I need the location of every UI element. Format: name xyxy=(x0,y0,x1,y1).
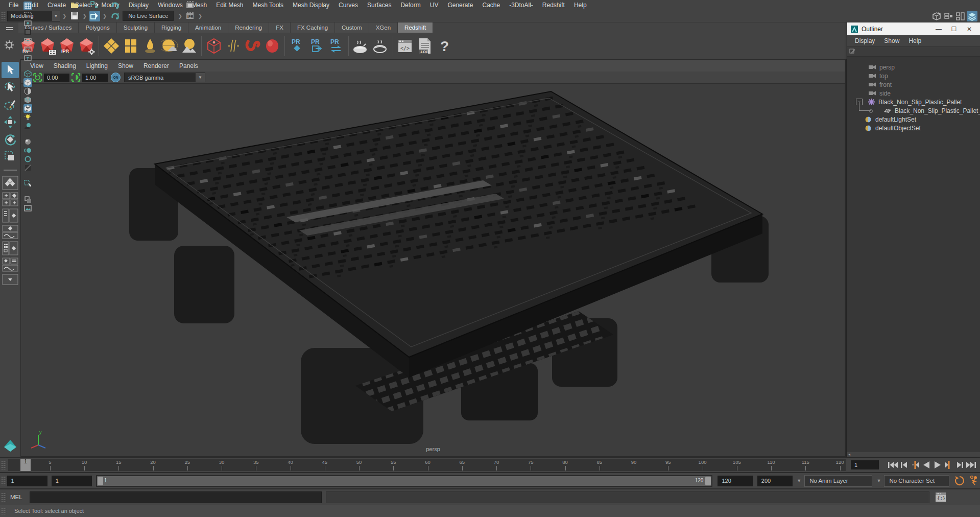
menu-mesh-display[interactable]: Mesh Display xyxy=(288,2,334,9)
command-input-field[interactable] xyxy=(30,491,322,503)
channel-box-toggle-icon[interactable] xyxy=(967,11,977,21)
rs-pr-material-icon[interactable]: PR xyxy=(288,36,307,56)
group-separator[interactable]: ❯ xyxy=(101,13,109,19)
shelf-tab-sculpting[interactable]: Sculpting xyxy=(117,22,155,33)
rotate-tool-button[interactable] xyxy=(2,131,19,148)
shelf-tab-rigging[interactable]: Rigging xyxy=(155,22,188,33)
animation-start-field[interactable]: 1 xyxy=(7,476,47,486)
rs-log-icon[interactable]: .LOG xyxy=(415,36,435,56)
group-separator[interactable]: ❯ xyxy=(196,13,204,19)
range-slider[interactable]: 1 120 xyxy=(96,475,713,487)
color-management-toggle[interactable]: ON xyxy=(111,73,121,82)
render-region-icon[interactable] xyxy=(185,0,196,11)
playback-start-field[interactable]: 1 xyxy=(52,476,92,486)
script-editor-icon[interactable]: {;} xyxy=(935,491,947,503)
drag-handle[interactable] xyxy=(1,492,6,502)
go-to-start-button[interactable] xyxy=(887,459,898,471)
rs-hair-icon[interactable] xyxy=(224,36,243,56)
go-to-end-button[interactable] xyxy=(966,459,977,471)
drag-handle[interactable] xyxy=(1,476,6,485)
outliner-window[interactable]: Outliner — ☐ ✕ DisplayShowHelp persptopf… xyxy=(847,22,980,457)
shelf-tab-fx[interactable]: FX xyxy=(269,22,291,33)
film-gate-icon[interactable] xyxy=(23,10,32,19)
outliner-filter-row[interactable] xyxy=(847,47,980,57)
grid-icon[interactable] xyxy=(23,2,32,10)
layout-hypershade-persp-button[interactable] xyxy=(2,241,18,255)
wireframe-icon[interactable] xyxy=(23,69,32,78)
menu-display[interactable]: Display xyxy=(124,2,153,9)
current-time-marker[interactable]: 1 xyxy=(20,459,31,471)
live-surface-field[interactable]: No Live Surface xyxy=(123,11,174,21)
redshift-ipr-icon[interactable]: IPR xyxy=(57,36,77,56)
snap-to-curve-icon[interactable] xyxy=(109,0,120,11)
select-tool-button[interactable] xyxy=(2,62,19,78)
close-button[interactable]: ✕ xyxy=(962,22,977,35)
scroll-left-arrow[interactable]: ◂ xyxy=(848,452,850,457)
group-separator[interactable]: ❯ xyxy=(60,13,68,19)
shelf-tab-rendering[interactable]: Rendering xyxy=(228,22,269,33)
exposure-icon[interactable] xyxy=(33,73,42,82)
play-backwards-button[interactable] xyxy=(921,459,932,471)
panel-layout-alt-icon[interactable] xyxy=(955,11,966,21)
outliner-hscrollbar[interactable]: ◂ xyxy=(847,452,980,457)
paint-selection-tool-button[interactable] xyxy=(2,97,19,113)
character-set-dropdown[interactable]: No Character Set xyxy=(884,475,949,487)
menu-uv[interactable]: UV xyxy=(425,2,443,9)
menu-create[interactable]: Create xyxy=(43,2,70,9)
panel-menu-lighting[interactable]: Lighting xyxy=(81,62,113,69)
layout-persp-graph-button[interactable] xyxy=(2,225,18,239)
menuset-dropdown[interactable]: Modeling ▼ xyxy=(7,11,60,21)
rs-dome-light-icon[interactable] xyxy=(160,36,179,56)
rs-pr-export-icon[interactable]: PR xyxy=(307,36,326,56)
gamma-icon[interactable] xyxy=(71,73,81,82)
menu-redshift[interactable]: Redshift xyxy=(538,2,569,9)
menu-curves[interactable]: Curves xyxy=(334,2,363,9)
shelf-tab-xgen[interactable]: XGen xyxy=(369,22,398,33)
shelf-tab-animation[interactable]: Animation xyxy=(188,22,228,33)
shelf-tab-custom[interactable]: Custom xyxy=(335,22,369,33)
outliner-item-front[interactable]: front xyxy=(847,80,980,89)
rs-bake-icon[interactable] xyxy=(351,36,371,56)
animation-end-field[interactable]: 200 xyxy=(757,476,793,486)
step-back-key-button[interactable] xyxy=(910,459,921,471)
layout-outliner-persp-button[interactable] xyxy=(2,208,18,223)
timeline-ruler[interactable]: 1 51015202530354045505560657075808590951… xyxy=(8,459,846,471)
save-scene-icon[interactable] xyxy=(69,11,80,21)
minimize-button[interactable]: — xyxy=(931,22,946,35)
menu-surfaces[interactable]: Surfaces xyxy=(363,2,396,9)
step-forward-key-button[interactable] xyxy=(943,459,954,471)
outliner-item-black_non_slip_plastic_pallet_001[interactable]: Black_Non_Slip_Plastic_Pallet_001 xyxy=(847,106,980,115)
rs-area-light-icon[interactable] xyxy=(102,36,121,56)
shelf-tab-redshift[interactable]: Redshift xyxy=(398,22,433,33)
menu-file[interactable]: File xyxy=(4,2,23,9)
menu-generate[interactable]: Generate xyxy=(443,2,477,9)
redshift-render-settings-icon[interactable] xyxy=(77,36,96,56)
menu-cache[interactable]: Cache xyxy=(477,2,505,9)
safe-action-icon[interactable] xyxy=(23,45,32,54)
redshift-batch-render-icon[interactable] xyxy=(38,36,57,56)
drag-handle[interactable] xyxy=(1,11,6,20)
outliner-titlebar[interactable]: Outliner — ☐ ✕ xyxy=(847,22,980,35)
rs-ies-light-icon[interactable] xyxy=(140,36,160,56)
menu-windows[interactable]: Windows xyxy=(153,2,187,9)
outliner-menu-help[interactable]: Help xyxy=(904,37,926,44)
rs-sun-sky-icon[interactable] xyxy=(179,36,199,56)
outliner-item-persp[interactable]: persp xyxy=(847,63,980,72)
range-bar[interactable]: 1 120 xyxy=(97,476,712,486)
step-back-frame-button[interactable] xyxy=(898,459,910,471)
playback-end-field[interactable]: 120 xyxy=(718,476,753,486)
select-object-icon[interactable] xyxy=(89,11,100,21)
panel-layout-icon[interactable] xyxy=(943,11,954,21)
menu-deform[interactable]: Deform xyxy=(396,2,425,9)
panel-menu-show[interactable]: Show xyxy=(113,62,138,69)
chevron-down-icon[interactable]: ▼ xyxy=(876,478,881,483)
drag-handle[interactable] xyxy=(1,507,6,514)
shelf-tab-polygons[interactable]: Polygons xyxy=(79,22,116,33)
ipr-render-icon[interactable]: IPR xyxy=(185,11,196,21)
outliner-item-top[interactable]: top xyxy=(847,72,980,80)
layout-persp-outliner-graph-button[interactable] xyxy=(2,257,18,272)
mel-language-toggle[interactable]: MEL xyxy=(10,494,22,500)
workspace-cube-icon[interactable] xyxy=(931,11,942,21)
outliner-menu-display[interactable]: Display xyxy=(850,37,879,44)
step-forward-frame-button[interactable] xyxy=(954,459,966,471)
